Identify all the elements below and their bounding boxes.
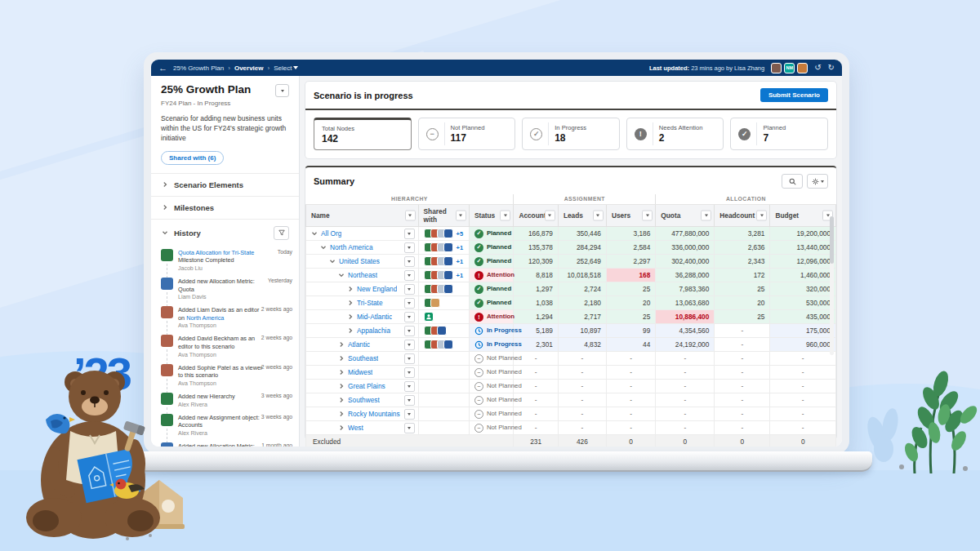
more-avatars-count[interactable]: +5 bbox=[457, 230, 463, 238]
chevron-right-icon[interactable] bbox=[337, 424, 345, 431]
node-name-link[interactable]: West bbox=[348, 424, 363, 432]
more-avatars-count[interactable]: +1 bbox=[457, 258, 463, 265]
minus-circle-icon: − bbox=[426, 128, 439, 140]
column-header-users[interactable]: Users bbox=[606, 205, 655, 227]
history-item[interactable]: Added new Allocation Metric: QuotaLiam D… bbox=[161, 278, 292, 306]
row-menu-button[interactable] bbox=[404, 242, 415, 253]
stat-card-in-progress[interactable]: ✓In Progress18 bbox=[522, 118, 620, 150]
chevron-down-icon[interactable] bbox=[319, 244, 327, 251]
column-header-quota[interactable]: Quota bbox=[656, 205, 715, 227]
node-name-link[interactable]: All Org bbox=[321, 229, 341, 238]
column-menu-button[interactable] bbox=[756, 211, 767, 221]
sidebar-item-milestones[interactable]: Milestones bbox=[151, 196, 299, 219]
column-header-budget[interactable]: Budget bbox=[770, 205, 836, 227]
table-settings-button[interactable] bbox=[807, 174, 828, 189]
chevron-down-icon[interactable] bbox=[328, 258, 336, 264]
stat-card-not-planned[interactable]: −Not Planned117 bbox=[418, 118, 516, 150]
node-name-link[interactable]: Great Plains bbox=[348, 382, 385, 390]
sidebar-item-history[interactable]: History bbox=[151, 219, 299, 247]
column-header-shared-with[interactable]: Shared with bbox=[418, 205, 469, 227]
row-menu-button[interactable] bbox=[404, 229, 415, 239]
more-avatars-count[interactable]: +1 bbox=[457, 244, 463, 251]
node-name-link[interactable]: North America bbox=[330, 243, 373, 251]
history-link[interactable]: North America bbox=[186, 314, 224, 322]
node-name-link[interactable]: Northeast bbox=[348, 271, 377, 279]
chevron-right-icon[interactable] bbox=[346, 286, 354, 292]
stat-card-planned[interactable]: ✓Planned7 bbox=[730, 118, 828, 150]
chevron-down-icon[interactable] bbox=[337, 272, 345, 278]
row-menu-button[interactable] bbox=[404, 409, 415, 420]
stat-card-needs-attention[interactable]: !Needs Attention2 bbox=[626, 118, 724, 150]
table-scrollbar[interactable] bbox=[830, 216, 834, 355]
chevron-right-icon[interactable] bbox=[337, 411, 345, 417]
row-menu-button[interactable] bbox=[404, 312, 415, 322]
history-link[interactable]: Quota Allocation for Tri-State bbox=[178, 249, 254, 256]
column-header-headcount[interactable]: Headcount bbox=[715, 205, 770, 227]
column-header-leads[interactable]: Leads bbox=[558, 205, 606, 227]
row-menu-button[interactable] bbox=[404, 367, 415, 378]
column-menu-button[interactable] bbox=[701, 211, 711, 221]
column-header-name[interactable]: Name bbox=[306, 205, 419, 227]
chevron-right-icon[interactable] bbox=[346, 300, 354, 306]
breadcrumb-item-select[interactable]: Select bbox=[274, 64, 298, 72]
row-menu-button[interactable] bbox=[404, 423, 415, 433]
node-name-link[interactable]: Appalachia bbox=[357, 327, 390, 335]
row-menu-button[interactable] bbox=[404, 298, 415, 309]
stat-card-total-nodes[interactable]: Total Nodes142 bbox=[314, 118, 412, 150]
node-name-link[interactable]: Atlantic bbox=[348, 340, 370, 349]
row-menu-button[interactable] bbox=[404, 326, 415, 336]
chevron-right-icon[interactable] bbox=[337, 383, 345, 389]
cell-budget: 320,000 bbox=[770, 282, 836, 296]
column-menu-button[interactable] bbox=[642, 211, 653, 221]
chevron-down-icon[interactable] bbox=[310, 230, 318, 237]
column-header-status[interactable]: Status bbox=[469, 205, 514, 227]
user-avatar[interactable] bbox=[797, 63, 808, 73]
row-menu-button[interactable] bbox=[404, 284, 415, 295]
breadcrumb-item-25-growth-plan[interactable]: 25% Growth Plan bbox=[173, 64, 224, 72]
row-menu-button[interactable] bbox=[404, 353, 415, 364]
filter-button[interactable] bbox=[274, 226, 289, 240]
sidebar-item-scenario-elements[interactable]: Scenario Elements bbox=[151, 173, 299, 196]
group-header-hierarchy: HIERARCHY bbox=[306, 194, 514, 205]
chevron-right-icon[interactable] bbox=[346, 327, 354, 334]
more-avatars-count[interactable]: +1 bbox=[457, 272, 463, 279]
submit-scenario-button[interactable]: Submit Scenario bbox=[760, 88, 828, 102]
row-menu-button[interactable] bbox=[404, 270, 415, 281]
back-arrow-icon[interactable]: ← bbox=[158, 64, 167, 73]
row-menu-button[interactable] bbox=[404, 395, 415, 406]
row-menu-button[interactable] bbox=[404, 340, 415, 350]
redo-icon[interactable]: ↻ bbox=[828, 64, 835, 72]
chevron-right-icon[interactable] bbox=[337, 397, 345, 403]
shared-with-button[interactable]: Shared with (6) bbox=[161, 151, 224, 165]
history-user: Alex Rivera bbox=[178, 430, 265, 436]
chevron-right-icon[interactable] bbox=[346, 313, 354, 320]
node-name-link[interactable]: Mid-Atlantic bbox=[357, 313, 392, 321]
node-name-link[interactable]: Southeast bbox=[348, 354, 378, 362]
column-menu-button[interactable] bbox=[456, 211, 466, 221]
user-avatar[interactable]: NM bbox=[784, 63, 795, 73]
row-menu-button[interactable] bbox=[404, 256, 415, 267]
history-item[interactable]: Added Liam Davis as an editor on North A… bbox=[161, 306, 292, 335]
column-header-accounts[interactable]: Accounts bbox=[514, 205, 559, 227]
node-name-link[interactable]: Rocky Mountains bbox=[348, 410, 400, 418]
column-menu-button[interactable] bbox=[593, 211, 604, 221]
column-menu-button[interactable] bbox=[405, 211, 416, 221]
row-menu-button[interactable] bbox=[404, 381, 415, 392]
avatar bbox=[443, 270, 453, 280]
undo-icon[interactable]: ↺ bbox=[814, 64, 821, 72]
node-name-link[interactable]: Tri-State bbox=[357, 299, 383, 307]
node-name-link[interactable]: New England bbox=[357, 285, 397, 293]
node-name-link[interactable]: Midwest bbox=[348, 368, 372, 376]
title-menu-button[interactable] bbox=[275, 84, 289, 97]
user-avatar[interactable] bbox=[771, 63, 782, 73]
chevron-right-icon[interactable] bbox=[337, 341, 345, 348]
chevron-right-icon[interactable] bbox=[337, 355, 345, 362]
column-menu-button[interactable] bbox=[500, 211, 510, 221]
history-item[interactable]: Quota Allocation for Tri-State Milestone… bbox=[161, 249, 292, 278]
search-button[interactable] bbox=[782, 174, 803, 189]
column-menu-button[interactable] bbox=[545, 211, 555, 221]
node-name-link[interactable]: United States bbox=[339, 257, 380, 265]
breadcrumb-item-overview[interactable]: Overview bbox=[234, 64, 264, 72]
node-name-link[interactable]: Southwest bbox=[348, 396, 380, 404]
chevron-right-icon[interactable] bbox=[337, 369, 345, 375]
